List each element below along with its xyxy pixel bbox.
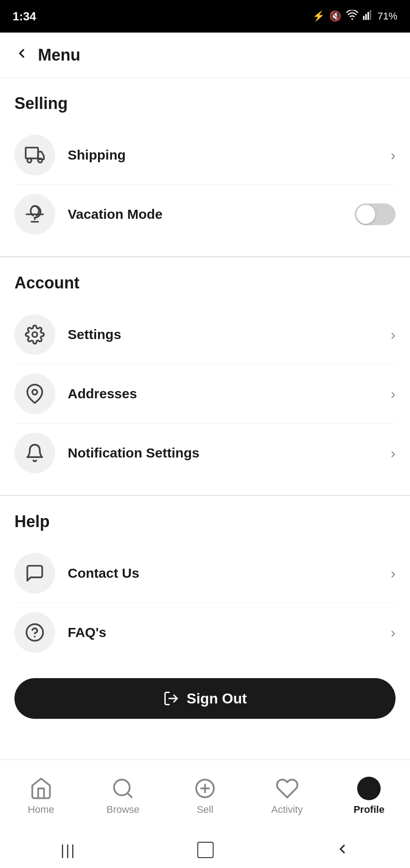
faqs-menu-item[interactable]: FAQ's › [14, 603, 396, 662]
svg-point-10 [33, 390, 37, 395]
nav-profile[interactable]: Profile [328, 769, 410, 823]
battery-text: 71% [377, 10, 397, 22]
faqs-icon [25, 623, 45, 642]
help-section: Help Contact Us › FAQ's › [0, 496, 410, 662]
svg-point-7 [38, 158, 42, 162]
wifi-icon [346, 10, 359, 23]
nav-sell[interactable]: Sell [164, 769, 246, 823]
nav-activity[interactable]: Activity [246, 769, 328, 823]
settings-menu-item[interactable]: Settings › [14, 305, 396, 364]
faqs-chevron: › [391, 624, 396, 641]
vacation-mode-label: Vacation Mode [68, 207, 355, 222]
shipping-icon [25, 145, 45, 165]
notification-settings-chevron: › [391, 445, 396, 462]
addresses-chevron: › [391, 386, 396, 402]
svg-rect-5 [26, 148, 38, 159]
help-section-title: Help [14, 512, 396, 531]
shipping-menu-item[interactable]: Shipping › [14, 126, 396, 185]
nav-home-label: Home [28, 804, 54, 816]
nav-sell-label: Sell [197, 804, 214, 816]
status-icons: ⚡ 🔇 71% [312, 10, 397, 23]
mute-icon: 🔇 [329, 10, 341, 22]
svg-point-19 [367, 783, 372, 788]
page-title: Menu [38, 46, 80, 65]
svg-rect-3 [368, 12, 369, 20]
addresses-menu-item[interactable]: Addresses › [14, 364, 396, 424]
browse-icon [111, 777, 135, 800]
settings-icon [25, 325, 45, 344]
shipping-icon-circle [14, 135, 55, 175]
nav-activity-label: Activity [271, 804, 303, 816]
android-menu-icon[interactable]: ||| [61, 842, 76, 859]
home-icon [29, 777, 53, 800]
nav-profile-label: Profile [354, 804, 384, 816]
shipping-label: Shipping [68, 147, 391, 163]
profile-icon [362, 781, 376, 796]
profile-icon-circle [357, 777, 381, 800]
svg-rect-4 [370, 10, 371, 20]
status-bar: 1:34 ⚡ 🔇 71% [0, 0, 410, 33]
sign-out-section: Sign Out [0, 662, 410, 735]
account-section-title: Account [14, 274, 396, 292]
notification-settings-icon [25, 443, 45, 463]
signal-icon [363, 10, 373, 23]
nav-home[interactable]: Home [0, 769, 82, 823]
contact-us-label: Contact Us [68, 566, 391, 581]
settings-icon-circle [14, 314, 55, 355]
settings-label: Settings [68, 327, 391, 342]
vacation-mode-icon-circle [14, 194, 55, 235]
contact-us-icon-circle [14, 553, 55, 594]
account-section: Account Settings › Addresses › [0, 257, 410, 482]
contact-us-chevron: › [391, 565, 396, 582]
svg-line-15 [127, 793, 131, 797]
main-content: Selling Shipping › [0, 78, 410, 760]
contact-us-icon [25, 563, 45, 583]
sign-out-icon [163, 690, 179, 707]
svg-point-6 [28, 158, 32, 162]
faqs-label: FAQ's [68, 625, 391, 640]
vacation-mode-menu-item[interactable]: Vacation Mode [14, 185, 396, 244]
addresses-icon [25, 384, 45, 404]
notification-settings-icon-circle [14, 433, 55, 473]
nav-browse-label: Browse [107, 804, 140, 816]
notification-settings-menu-item[interactable]: Notification Settings › [14, 424, 396, 482]
svg-point-9 [33, 332, 37, 337]
header: Menu [0, 33, 410, 78]
bottom-nav: Home Browse Sell Activity Prof [0, 760, 410, 832]
vacation-mode-icon [25, 204, 45, 224]
sign-out-label: Sign Out [186, 690, 247, 707]
sign-out-button[interactable]: Sign Out [14, 678, 396, 719]
vacation-mode-toggle[interactable] [355, 203, 396, 225]
faqs-icon-circle [14, 612, 55, 653]
svg-rect-2 [365, 14, 367, 20]
settings-chevron: › [391, 326, 396, 343]
bluetooth-icon: ⚡ [312, 10, 325, 22]
back-button[interactable] [14, 46, 29, 65]
android-back-icon[interactable] [335, 842, 349, 858]
android-home-icon[interactable] [197, 842, 214, 858]
selling-section-title: Selling [14, 94, 396, 113]
svg-rect-1 [363, 16, 364, 20]
svg-point-0 [351, 19, 353, 20]
activity-icon [275, 777, 299, 800]
notification-settings-label: Notification Settings [68, 445, 391, 461]
shipping-chevron: › [391, 147, 396, 164]
sell-icon [193, 777, 217, 800]
nav-browse[interactable]: Browse [82, 769, 164, 823]
addresses-label: Addresses [68, 386, 391, 401]
selling-section: Selling Shipping › [0, 78, 410, 244]
status-time: 1:34 [13, 9, 36, 24]
android-nav-bar: ||| [0, 832, 410, 868]
toggle-thumb [356, 205, 375, 224]
addresses-icon-circle [14, 373, 55, 414]
contact-us-menu-item[interactable]: Contact Us › [14, 544, 396, 603]
